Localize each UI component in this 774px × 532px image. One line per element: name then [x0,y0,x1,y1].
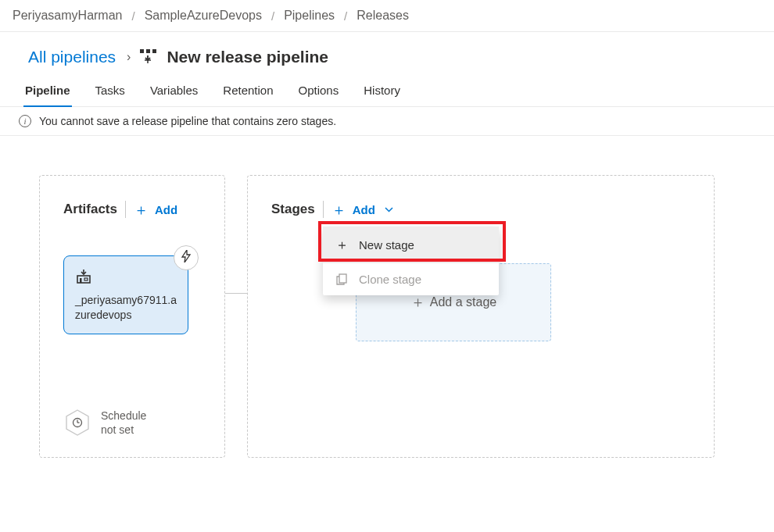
breadcrumb-item[interactable]: Pipelines [284,9,335,23]
schedule-hex [63,409,91,437]
artifact-name: _periyasamy67911.azuredevops [75,293,177,323]
svg-rect-2 [152,49,156,53]
plus-icon: ＋ [335,236,348,254]
breadcrumb-separator: / [267,9,279,23]
dropdown-clone-stage-label: Clone stage [359,273,421,286]
dropdown-new-stage[interactable]: ＋ New stage [323,227,499,263]
plus-icon: ＋ [134,202,149,217]
dropdown-clone-stage: Clone stage [323,263,499,295]
svg-rect-0 [140,49,144,53]
trigger-badge[interactable] [174,245,199,270]
tab-history[interactable]: History [362,76,402,106]
add-artifact-label: Add [155,203,177,216]
tab-tasks[interactable]: Tasks [94,76,127,106]
tab-retention[interactable]: Retention [221,76,274,106]
tab-pipeline[interactable]: Pipeline [23,76,72,106]
artifacts-panel: Artifacts ＋ Add [39,175,225,458]
all-pipelines-link[interactable]: All pipelines [28,48,116,66]
breadcrumb-item[interactable]: SampleAzureDevops [145,9,262,23]
add-artifact-button[interactable]: ＋ Add [134,202,177,217]
breadcrumb: PeriyasamyHarman / SampleAzureDevops / P… [0,0,774,32]
pipeline-canvas: Artifacts ＋ Add [0,136,774,481]
info-bar: i You cannot save a release pipeline tha… [0,107,774,136]
divider [125,201,126,218]
breadcrumb-item[interactable]: PeriyasamyHarman [13,9,122,23]
info-icon: i [19,115,31,127]
chevron-down-icon [385,204,393,215]
stages-panel: Stages ＋ Add ＋ Add a stage ＋ New stage [247,175,715,458]
tab-variables[interactable]: Variables [149,76,199,106]
stages-title: Stages [271,202,315,217]
copy-icon [335,273,348,285]
plus-icon: ＋ [331,202,346,217]
svg-rect-12 [339,274,346,283]
breadcrumb-separator: / [127,9,139,23]
schedule-row[interactable]: Schedule not set [63,409,146,437]
svg-rect-1 [146,49,150,53]
artifact-card[interactable]: _periyasamy67911.azuredevops [63,255,188,334]
artifacts-title: Artifacts [63,202,117,217]
add-stage-dropdown: ＋ New stage Clone stage [323,227,499,295]
add-stage-button[interactable]: ＋ Add [331,202,393,217]
tabs: Pipeline Tasks Variables Retention Optio… [0,76,774,107]
page-title: New release pipeline [167,48,328,66]
add-stage-label: Add [353,203,375,216]
connector-line [225,293,247,294]
dropdown-new-stage-label: New stage [359,238,414,252]
svg-rect-5 [80,278,82,283]
breadcrumb-separator: / [339,9,352,23]
schedule-text: Schedule not set [101,409,146,437]
breadcrumb-item[interactable]: Releases [357,9,409,23]
tab-options[interactable]: Options [297,76,341,106]
svg-rect-6 [84,278,88,280]
add-a-stage-label: Add a stage [430,295,496,309]
lightning-icon [181,250,192,266]
clock-icon [72,417,83,428]
page-title-row: All pipelines › New release pipeline [0,32,774,76]
build-icon [75,269,177,287]
release-pipeline-icon [140,49,157,65]
divider [323,201,324,218]
info-message: You cannot save a release pipeline that … [39,115,336,127]
chevron-right-icon: › [127,50,131,64]
